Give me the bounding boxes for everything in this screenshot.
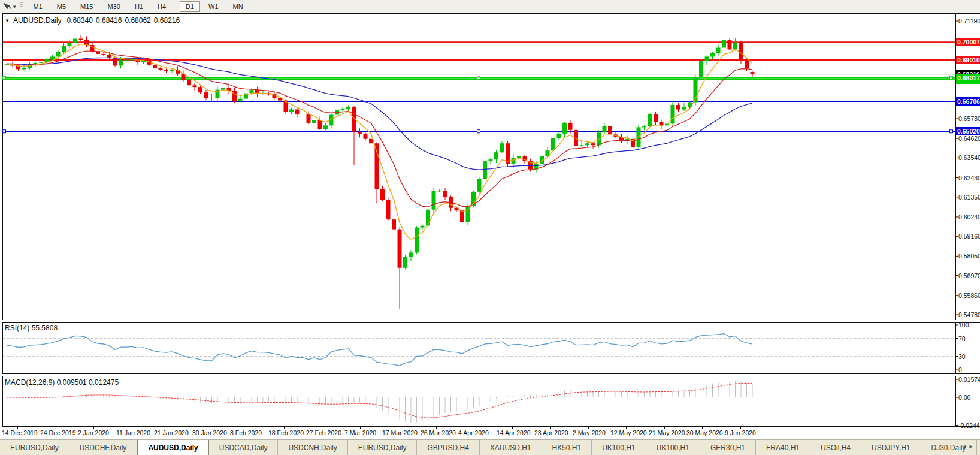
- rsi-level-label: 30: [958, 352, 966, 361]
- date-label: 9 Jun 2020: [725, 429, 756, 436]
- timeframe-button-mn[interactable]: MN: [227, 1, 249, 12]
- chart-tab-audusd-daily[interactable]: AUDUSD,Daily: [137, 440, 208, 455]
- date-label: 23 Apr 2020: [534, 429, 568, 436]
- chart-tab-usdjpy-h1[interactable]: USDJPY,H1: [861, 440, 921, 455]
- chart-tab-hk50-h1[interactable]: HK50,H1: [542, 440, 592, 455]
- mt4-window: ▾ M1M5M15M30H1H4D1W1MN ▼ AUDUSD,Daily 0.…: [0, 0, 980, 455]
- date-label: 14 Apr 2020: [497, 429, 531, 436]
- macd-label: MACD(12,26,9) 0.009501 0.012475: [5, 378, 119, 387]
- date-label: 2 May 2020: [573, 429, 606, 436]
- chart-tab-uk100-h1[interactable]: UK100,H1: [646, 440, 700, 455]
- date-label: 7 Mar 2020: [344, 429, 376, 436]
- date-label: 30 Jan 2020: [192, 429, 227, 436]
- chart-tab-usdcnh-daily[interactable]: USDCNH,Daily: [278, 440, 347, 455]
- chart-title: AUDUSD,Daily: [13, 16, 62, 25]
- price-tick-label: 0.60240: [958, 213, 980, 221]
- timeframe-button-m15[interactable]: M15: [74, 1, 99, 12]
- ohlc-high: 0.68416: [96, 16, 122, 25]
- rsi-level-label: 0: [958, 366, 962, 374]
- price-tick-label: 0.55860: [958, 291, 980, 300]
- date-label: 12 May 2020: [610, 429, 647, 436]
- date-label: 24 Dec 2019: [40, 429, 76, 436]
- crosshair-pointer-icon[interactable]: ▾: [0, 2, 19, 11]
- timeframe-buttons: M1M5M15M30H1H4D1W1MN: [26, 1, 250, 12]
- ohlc-close: 0.68216: [154, 16, 180, 25]
- timeframe-button-h1[interactable]: H1: [129, 1, 149, 12]
- tab-scroll-left-icon[interactable]: ◂: [963, 442, 970, 450]
- crosshair-pointer-icon-svg: [2, 2, 12, 11]
- chart-tab-eurusd-daily[interactable]: EURUSD,Daily: [348, 440, 418, 455]
- rsi-panel-canvas[interactable]: [2, 322, 980, 374]
- rsi-level-label: 100: [958, 321, 969, 329]
- price-tick-label: 0.56970: [958, 272, 980, 280]
- chart-tab-usdchf-daily[interactable]: USDCHF,Daily: [69, 440, 138, 455]
- price-line-tag: 0.66706: [956, 97, 980, 106]
- date-label: 21 May 2020: [649, 429, 685, 436]
- toolbar-separator: [176, 2, 176, 11]
- price-line-tag: 0.69010: [956, 56, 980, 64]
- chart-tab-usoil-h4[interactable]: USOil,H4: [810, 440, 861, 455]
- macd-level-label: 0.015741: [958, 375, 980, 384]
- rsi-label: RSI(14) 55.5808: [5, 324, 58, 332]
- price-line-tag: 0.65020: [956, 127, 980, 135]
- chart-title-row: ▼ AUDUSD,Daily 0.68340 0.68416 0.68062 0…: [5, 16, 180, 25]
- chart-tab-uk100-h1[interactable]: UK100,H1: [592, 440, 646, 455]
- timeframe-button-h4[interactable]: H4: [152, 1, 172, 12]
- price-tick-label: 0.59160: [958, 232, 980, 240]
- timeframe-toolbar: ▾ M1M5M15M30H1H4D1W1MN: [0, 0, 980, 13]
- tab-scroll-right-icon[interactable]: ▸: [969, 442, 976, 450]
- price-tick-label: 0.54780: [958, 311, 980, 319]
- chart-tab-ger30-h1[interactable]: GER30,H1: [700, 440, 756, 455]
- date-label: 21 Jan 2020: [154, 429, 189, 436]
- macd-level-label: 0.00: [958, 393, 970, 402]
- main-chart-canvas[interactable]: [2, 13, 980, 320]
- timeframe-button-w1[interactable]: W1: [202, 1, 225, 12]
- chart-tab-eurusd-daily[interactable]: EURUSD,Daily: [0, 440, 69, 455]
- timeframe-button-d1[interactable]: D1: [180, 1, 200, 12]
- cursor-dropdown-caret[interactable]: ▾: [13, 4, 16, 10]
- rsi-level-label: 70: [958, 335, 966, 343]
- symbol-dropdown-icon[interactable]: ▼: [5, 18, 10, 23]
- date-label: 27 Feb 2020: [306, 429, 341, 436]
- date-label: 14 Dec 2019: [2, 429, 38, 436]
- date-label: 18 Feb 2020: [268, 429, 304, 436]
- date-label: 26 Mar 2020: [421, 429, 456, 436]
- macd-level-label: -0.02441: [958, 421, 980, 430]
- date-label: 17 Mar 2020: [382, 429, 418, 436]
- timeframe-button-m5[interactable]: M5: [51, 1, 72, 12]
- ohlc-low: 0.68062: [125, 16, 150, 25]
- date-label: 30 May 2020: [686, 429, 723, 436]
- price-tick-label: 0.63540: [958, 153, 980, 162]
- timeframe-button-m30[interactable]: M30: [102, 1, 126, 12]
- date-label: 2 Jan 2020: [78, 429, 109, 436]
- ohlc-open: 0.68340: [67, 16, 93, 25]
- chart-tabbar: EURUSD,DailyUSDCHF,DailyAUDUSD,DailyUSDC…: [0, 439, 980, 455]
- chart-tab-usdcad-daily[interactable]: USDCAD,Daily: [209, 440, 279, 455]
- price-tick-label: 0.61350: [958, 193, 980, 201]
- timeframe-button-m1[interactable]: M1: [28, 1, 49, 12]
- date-label: 8 Feb 2020: [230, 429, 262, 436]
- macd-panel-canvas[interactable]: [2, 376, 980, 427]
- chart-tab-gbpusd-h4[interactable]: GBPUSD,H4: [417, 440, 479, 455]
- chart-tab-fra40-h1[interactable]: FRA40,H1: [756, 440, 810, 455]
- date-label: 4 Apr 2020: [458, 429, 489, 436]
- toolbar-grip[interactable]: [20, 2, 23, 11]
- tab-scroll-arrows[interactable]: ◂▸: [963, 442, 976, 450]
- chart-tab-xauusd-h1[interactable]: XAUUSD,H1: [480, 440, 542, 455]
- price-tick-label: 0.58050: [958, 252, 980, 260]
- price-line-tag: 0.68017: [956, 74, 980, 82]
- price-tick-label: 0.64620: [958, 134, 980, 143]
- price-tick-label: 0.65730: [958, 114, 980, 123]
- price-tick-label: 0.71190: [958, 17, 980, 25]
- price-tick-label: 0.62430: [958, 174, 980, 182]
- date-label: 11 Jan 2020: [116, 429, 150, 436]
- price-line-tag: 0.70007: [956, 38, 980, 46]
